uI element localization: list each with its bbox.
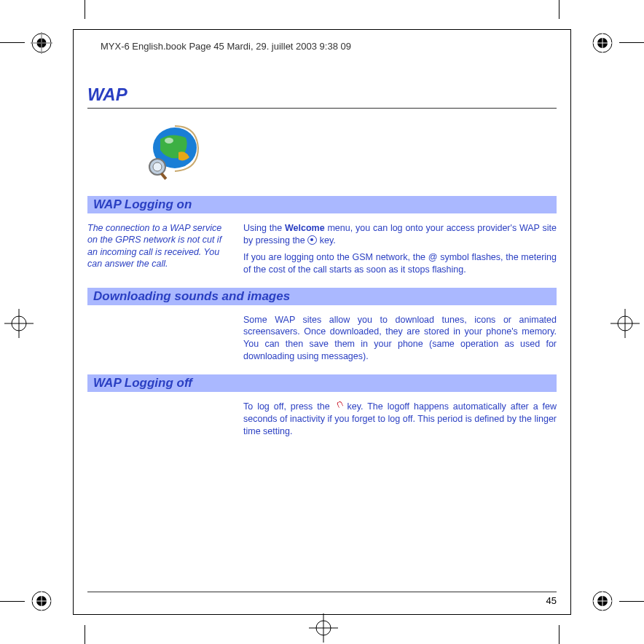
hangup-key-icon [334,401,343,411]
crop-tick [85,0,85,19]
body-logon: Using the Welcome menu, you can log onto… [243,222,557,280]
body-logoff: To log off, press the key. The logoff ha… [243,401,557,442]
text: If you are logging onto the GSM network,… [243,251,557,276]
reg-mark-icon [31,32,52,54]
globe-icon [138,117,204,183]
cross-mark-icon [309,613,338,643]
section-heading-logoff: WAP Logging off [87,374,557,392]
section-heading-download: Downloading sounds and images [87,288,557,305]
cross-mark-icon [610,309,640,338]
crop-tick [0,601,25,602]
crop-tick [0,42,25,43]
crop-tick [559,625,559,644]
text: Using the [243,223,285,233]
svg-rect-33 [160,173,167,180]
text: Some WAP sites allow you to download tun… [243,314,557,364]
section-heading-logon: WAP Logging on [87,196,557,213]
crop-tick [559,0,559,19]
body-download: Some WAP sites allow you to download tun… [243,314,557,368]
crop-tick [619,42,644,43]
reg-mark-icon [592,32,613,54]
sidenote-logoff [87,401,233,442]
svg-point-30 [165,138,173,144]
text: To log off, press the [243,401,334,412]
page-content: WAP WAP Logging on The connection to a W… [87,85,557,600]
svg-point-32 [153,162,162,171]
cross-mark-icon [4,309,34,338]
crop-tick [85,625,85,644]
chapter-title: WAP [87,85,557,109]
crop-tick [619,601,644,602]
sidenote-logon: The connection to a WAP service on the G… [87,222,233,280]
running-header: MYX-6 English.book Page 45 Mardi, 29. ju… [101,41,351,52]
reg-mark-icon [31,590,52,612]
sidenote-download [87,314,233,368]
text: key. [317,235,335,246]
page-number: 45 [87,592,557,606]
reg-mark-icon [592,590,613,612]
bold-welcome: Welcome [285,223,325,233]
ok-key-icon [307,235,317,245]
